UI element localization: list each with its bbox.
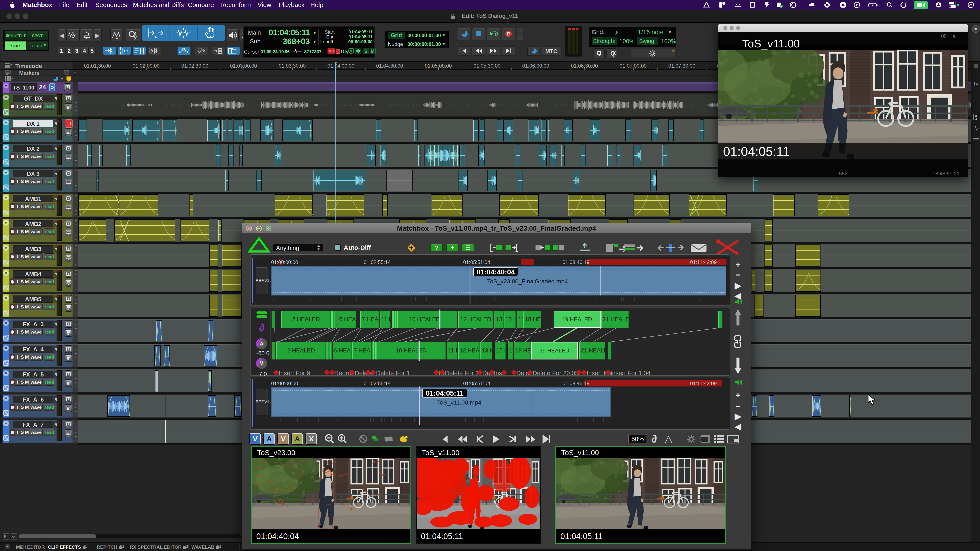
svg-text:V: V <box>260 360 263 366</box>
svg-text:P: P <box>507 31 510 37</box>
